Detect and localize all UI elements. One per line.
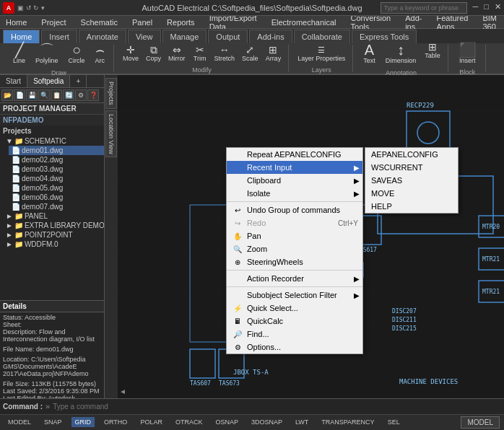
- vtab-location-view[interactable]: Location View: [105, 110, 117, 158]
- ctx-pan[interactable]: ✋ Pan: [227, 229, 362, 242]
- status-osnap[interactable]: OSNAP: [212, 417, 242, 427]
- status-polar[interactable]: POLAR: [136, 417, 166, 427]
- btn-layer-properties[interactable]: ☰ Layer Properties: [295, 44, 348, 63]
- status-otrack[interactable]: OTRACK: [172, 417, 207, 427]
- status-snap[interactable]: SNAP: [40, 417, 66, 427]
- btn-copy[interactable]: ⧉Copy: [143, 43, 164, 63]
- right-sidebar-tabs: Projects Location View: [105, 75, 118, 398]
- ctx-quickcalc[interactable]: 🖩 QuickCalc: [227, 315, 362, 328]
- btn-polyline[interactable]: ⌒Polyline: [31, 40, 63, 66]
- status-transparency[interactable]: TRANSPARENCY: [318, 417, 378, 427]
- tab-addins2[interactable]: Add-ins: [249, 30, 292, 43]
- menu-electromechanical[interactable]: Electromechanical: [269, 17, 339, 28]
- tree-item-demo01[interactable]: 📄 demo01.dwg: [9, 146, 104, 155]
- tree-item-schematic[interactable]: ▼ 📁 SCHEMATIC: [3, 136, 104, 146]
- ctx-subobject[interactable]: Subobject Selection Filter ▶: [227, 289, 362, 302]
- tab-softpedia[interactable]: Softpedia: [27, 75, 70, 87]
- maximize-btn[interactable]: □: [484, 2, 489, 14]
- ctx-action-recorder[interactable]: Action Recorder ▶: [227, 272, 362, 285]
- menu-project[interactable]: Project: [38, 17, 69, 28]
- tree-item-demo04[interactable]: 📄 demo04.dwg: [9, 174, 104, 183]
- tree-item-demo05[interactable]: 📄 demo05.dwg: [9, 183, 104, 193]
- submenu-item-move[interactable]: MOVE: [365, 187, 458, 200]
- tool-copy[interactable]: 📋: [51, 89, 62, 101]
- tree-root: ▼ 📁 SCHEMATIC 📄 demo01.dwg 📄 demo02.dwg …: [3, 136, 104, 249]
- btn-array[interactable]: ⊞Array: [263, 43, 284, 63]
- ctx-clipboard[interactable]: Clipboard ▶: [227, 174, 362, 187]
- ctx-label: Quick Select...: [247, 304, 298, 312]
- tool-settings[interactable]: ⚙: [75, 89, 87, 101]
- btn-trim[interactable]: ✂Trim: [190, 43, 210, 63]
- detail-lastsaved: Last Saved: 2/3/2016 9:35:08 PM: [3, 387, 101, 395]
- quick-select-icon: ⚡: [233, 304, 243, 312]
- tool-help[interactable]: ❓: [87, 89, 99, 101]
- scroll-left-btn[interactable]: ◄: [119, 387, 126, 395]
- tree-item-wddfm[interactable]: ► 📁 WDDFM.0: [3, 240, 104, 249]
- ctx-steering[interactable]: ⊕ SteeringWheels: [227, 255, 362, 268]
- search-input[interactable]: [381, 2, 467, 14]
- btn-text[interactable]: AText: [359, 40, 380, 66]
- btn-stretch[interactable]: ↔Stretch: [212, 43, 238, 63]
- status-lwt[interactable]: LWT: [292, 417, 312, 427]
- tree-item-demo07[interactable]: 📄 demo07.dwg: [9, 202, 104, 211]
- tool-search[interactable]: 🔍: [38, 89, 50, 101]
- tree-item-point2point[interactable]: ► 📁 POINT2POINT: [3, 230, 104, 240]
- status-3dosnap[interactable]: 3DOSNAP: [248, 417, 286, 427]
- menu-panel[interactable]: Panel: [129, 17, 155, 28]
- tab-view[interactable]: View: [128, 30, 161, 43]
- ctx-undo[interactable]: ↩ Undo Group of commands: [227, 203, 362, 216]
- file-icon: 📄: [12, 203, 20, 211]
- ctx-repeat-aepanel[interactable]: Repeat AEPANELCONFIG: [227, 148, 362, 161]
- btn-arc[interactable]: ⌢Arc: [91, 40, 110, 66]
- btn-dimension[interactable]: ↕Dimension: [381, 40, 421, 66]
- status-model[interactable]: MODEL: [4, 417, 35, 427]
- status-sel[interactable]: SEL: [384, 417, 404, 427]
- tool-new[interactable]: 📄: [14, 89, 25, 101]
- tree-item-panel[interactable]: ► 📁 PANEL: [3, 211, 104, 221]
- tab-manage[interactable]: Manage: [162, 30, 207, 43]
- btn-table[interactable]: ⊞Table: [422, 40, 443, 66]
- vtab-projects[interactable]: Projects: [105, 78, 117, 109]
- btn-move[interactable]: ✛Move: [120, 43, 142, 63]
- tool-save[interactable]: 💾: [26, 89, 38, 101]
- folder-icon: 📁: [14, 137, 23, 145]
- ctx-zoom[interactable]: 🔍 Zoom: [227, 242, 362, 255]
- tool-refresh[interactable]: 🔄: [63, 89, 74, 101]
- tab-start[interactable]: Start: [0, 75, 27, 87]
- menu-home[interactable]: Home: [3, 17, 30, 28]
- tree-item-demo03[interactable]: 📄 demo03.dwg: [9, 164, 104, 174]
- menu-schematic[interactable]: Schematic: [78, 17, 121, 28]
- menu-reports[interactable]: Reports: [164, 17, 198, 28]
- ribbon-content: ╱Line ⌒Polyline ○Circle ⌢Arc Draw ✛Move …: [0, 43, 504, 74]
- ctx-isolate[interactable]: Isolate ▶: [227, 187, 362, 200]
- tree-item-demo06[interactable]: 📄 demo06.dwg: [9, 193, 104, 202]
- btn-insert[interactable]: ⬛Insert: [454, 41, 481, 66]
- ctx-options[interactable]: ⚙ Options...: [227, 341, 362, 354]
- ctx-quickselect[interactable]: ⚡ Quick Select...: [227, 302, 362, 315]
- undo-icon: ↩: [233, 206, 243, 214]
- tree-item-demo02[interactable]: 📄 demo02.dwg: [9, 155, 104, 164]
- submenu-item-aepanel[interactable]: AEPANELCONFIG: [365, 148, 458, 161]
- model-button[interactable]: MODEL: [461, 416, 500, 429]
- submenu-item-help[interactable]: HELP: [365, 200, 458, 213]
- btn-line[interactable]: ╱Line: [9, 40, 30, 66]
- ctx-recent-input[interactable]: Recent Input ▶: [227, 161, 362, 174]
- submenu-item-saveas[interactable]: SAVEAS: [365, 174, 458, 187]
- close-btn[interactable]: ✕: [495, 2, 501, 14]
- submenu-item-wscurrent[interactable]: WSCURRENT: [365, 161, 458, 174]
- minimize-btn[interactable]: ─: [473, 2, 479, 14]
- tree-item-extra-lib[interactable]: ► 📁 EXTRA LIBRARY DEMO: [3, 221, 104, 230]
- btn-scale[interactable]: ⤢Scale: [239, 43, 261, 63]
- ctx-find[interactable]: 🔎 Find...: [227, 328, 362, 341]
- status-grid[interactable]: GRID: [71, 417, 95, 427]
- quick-access: ▣ ↺ ↻ ▾: [17, 4, 45, 12]
- status-ortho[interactable]: ORTHO: [100, 417, 131, 427]
- tool-open[interactable]: 📂: [1, 89, 13, 101]
- btn-mirror[interactable]: ⇔Mirror: [165, 43, 188, 63]
- command-input[interactable]: [53, 403, 501, 411]
- tab-new[interactable]: +: [70, 75, 87, 87]
- tab-collaborate[interactable]: Collaborate: [294, 30, 350, 43]
- detail-filesize: File Size: 113KB (115758 bytes): [3, 380, 101, 387]
- btn-circle[interactable]: ○Circle: [64, 40, 90, 66]
- tab-output[interactable]: Output: [208, 30, 248, 43]
